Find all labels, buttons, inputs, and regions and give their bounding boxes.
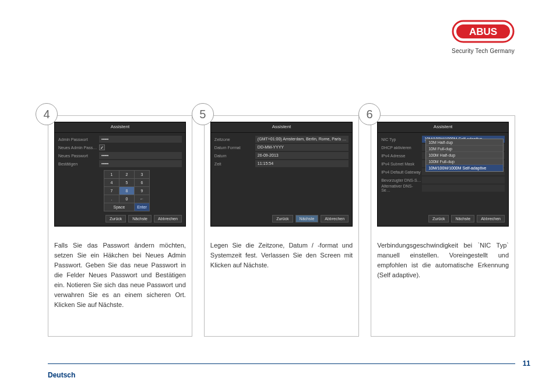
cancel-button[interactable]: Abbrechen xyxy=(477,215,505,223)
field-timezone: Zeitzone (GMT+01:00) Amsterdam, Berlin, … xyxy=(214,135,349,143)
field-new-admin-pw-checkbox: Neues Admin Pass… ✓ xyxy=(58,143,182,151)
back-button[interactable]: Zurück xyxy=(105,215,126,223)
next-button[interactable]: Nächste xyxy=(128,215,152,223)
step-panel-6: 6 Assistent NIC Typ 10M/100M/1000M Self-… xyxy=(371,115,515,337)
wizard-title: Assistent xyxy=(378,122,508,133)
step-5-description: Legen Sie die Zeitzone, Datum / -format … xyxy=(210,241,353,270)
back-button[interactable]: Zurück xyxy=(428,215,449,223)
new-admin-pw-checkbox[interactable]: ✓ xyxy=(99,144,105,150)
nic-option[interactable]: 10M Half-dup xyxy=(426,139,503,146)
wizard-footer-6: Zurück Nächste Abbrechen xyxy=(428,215,505,223)
wizard-footer-5: Zurück Nächste Abbrechen xyxy=(272,215,349,223)
step-4-description: Falls Sie das Passwort ändern möchten, s… xyxy=(54,241,186,310)
onscreen-keypad[interactable]: 123 456 789 .0← SpaceEnter xyxy=(104,170,167,211)
page-number: 11 xyxy=(523,359,530,368)
field-admin-password: Admin Passwort ••••• xyxy=(58,135,182,143)
date-input[interactable]: 26-09-2013 xyxy=(255,152,349,159)
new-password-input[interactable]: ••••• xyxy=(99,152,182,159)
nic-option[interactable]: 100M Full-dup xyxy=(426,158,503,165)
step-panel-5: 5 Assistent Zeitzone (GMT+01:00) Amsterd… xyxy=(204,115,359,337)
field-confirm-password: Bestätigen ••••• xyxy=(58,160,182,168)
steps-row: 4 Assistent Admin Passwort ••••• Neues A… xyxy=(48,115,515,337)
wizard-title: Assistent xyxy=(55,122,185,133)
field-date-format: Datum Format DD-MM-YYYY xyxy=(214,143,349,151)
wizard-screen-4: Assistent Admin Passwort ••••• Neues Adm… xyxy=(54,122,186,227)
step-panel-4: 4 Assistent Admin Passwort ••••• Neues A… xyxy=(48,115,192,337)
time-input[interactable]: 11:15:54 xyxy=(255,160,349,167)
wizard-screen-5: Assistent Zeitzone (GMT+01:00) Amsterdam… xyxy=(210,122,353,227)
nic-type-dropdown[interactable]: 10M Half-dup 10M Full-dup 100M Half-dup … xyxy=(425,139,504,172)
cancel-button[interactable]: Abbrechen xyxy=(321,215,349,223)
brand-name: ABUS xyxy=(469,26,497,37)
back-button[interactable]: Zurück xyxy=(272,215,293,223)
field-new-password: Neues Passwort ••••• xyxy=(58,151,182,160)
date-format-select[interactable]: DD-MM-YYYY xyxy=(255,144,349,151)
admin-password-input[interactable]: ••••• xyxy=(99,136,182,143)
step-6-description: Verbindungsgeschwindigkeit bei `NIC Typ`… xyxy=(377,241,509,280)
confirm-password-input[interactable]: ••••• xyxy=(99,160,182,167)
nic-option[interactable]: 100M Half-dup xyxy=(426,152,503,158)
wizard-title: Assistent xyxy=(211,122,352,133)
next-button[interactable]: Nächste xyxy=(451,215,474,223)
abus-logo-icon: ABUS xyxy=(451,17,515,45)
nic-option-selected[interactable]: 10M/100M/1000M Self-adaptive xyxy=(426,165,503,171)
timezone-select[interactable]: (GMT+01:00) Amsterdam, Berlin, Rome, Par… xyxy=(255,136,349,143)
field-time: Zeit 11:15:54 xyxy=(214,160,349,168)
wizard-footer-4: Zurück Nächste Abbrechen xyxy=(105,215,182,223)
nic-option[interactable]: 10M Full-dup xyxy=(426,146,503,152)
next-button[interactable]: Nächste xyxy=(295,215,319,223)
field-date: Datum 26-09-2013 xyxy=(214,151,349,160)
brand-logo: ABUS Security Tech Germany xyxy=(451,17,515,54)
cancel-button[interactable]: Abbrechen xyxy=(154,215,182,223)
brand-tagline: Security Tech Germany xyxy=(451,48,515,54)
language-tag: Deutsch xyxy=(48,371,75,379)
footer-rule xyxy=(48,363,515,364)
wizard-screen-6: Assistent NIC Typ 10M/100M/1000M Self-ad… xyxy=(377,122,509,227)
